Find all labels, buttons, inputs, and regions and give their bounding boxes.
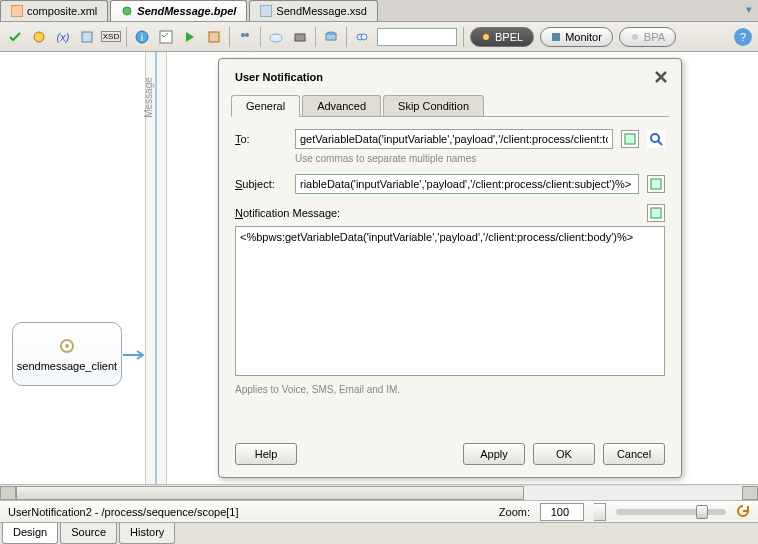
tab-design[interactable]: Design xyxy=(2,523,58,544)
svg-point-16 xyxy=(361,34,367,40)
dialog-buttons: Help Apply OK Cancel xyxy=(235,443,665,465)
play-icon[interactable] xyxy=(181,28,199,46)
variable-icon[interactable]: (x) xyxy=(54,28,72,46)
horizontal-scrollbar[interactable] xyxy=(0,484,758,500)
svg-point-21 xyxy=(65,344,69,348)
svg-rect-18 xyxy=(552,33,560,41)
tab-label: SendMessage.xsd xyxy=(276,5,367,17)
tab-advanced[interactable]: Advanced xyxy=(302,95,381,116)
tab-source[interactable]: Source xyxy=(60,523,117,544)
scroll-thumb[interactable] xyxy=(16,486,524,500)
toolbar: (x) XSD i BPEL Monitor BPA ? xyxy=(0,22,758,52)
svg-point-17 xyxy=(483,34,489,40)
svg-rect-0 xyxy=(11,5,23,17)
search-icon[interactable] xyxy=(647,130,665,148)
svg-rect-12 xyxy=(295,34,305,41)
svg-rect-14 xyxy=(326,34,336,40)
apply-button[interactable]: Apply xyxy=(463,443,525,465)
zoom-label: Zoom: xyxy=(499,506,530,518)
flow-line xyxy=(155,52,157,484)
search-input[interactable] xyxy=(377,28,457,46)
tab-sendmessage-bpel[interactable]: SendMessage.bpel xyxy=(110,0,247,21)
close-icon[interactable] xyxy=(653,69,669,85)
swimlane-label: Message xyxy=(143,77,154,118)
book-icon[interactable] xyxy=(205,28,223,46)
svg-point-23 xyxy=(651,134,659,142)
tab-sendmessage-xsd[interactable]: SendMessage.xsd xyxy=(249,0,378,21)
tab-history[interactable]: History xyxy=(119,523,175,544)
node-label: sendmessage_client xyxy=(17,360,117,372)
bpel-file-icon xyxy=(121,5,133,17)
cloud-icon[interactable] xyxy=(267,28,285,46)
gear-icon xyxy=(57,336,77,356)
db-icon[interactable] xyxy=(322,28,340,46)
validate-icon[interactable] xyxy=(6,28,24,46)
people-icon[interactable] xyxy=(236,28,254,46)
checklist-icon[interactable] xyxy=(157,28,175,46)
scroll-left-icon[interactable] xyxy=(0,486,16,500)
to-field[interactable] xyxy=(295,129,613,149)
subject-field[interactable] xyxy=(295,174,639,194)
tab-label: composite.xml xyxy=(27,5,97,17)
tab-general[interactable]: General xyxy=(231,95,300,117)
tab-skip-condition[interactable]: Skip Condition xyxy=(383,95,484,116)
dialog-tabs: General Advanced Skip Condition xyxy=(231,95,669,117)
expression-builder-icon[interactable] xyxy=(647,204,665,222)
zoom-input[interactable] xyxy=(540,503,584,521)
view-tabs: Design Source History xyxy=(0,522,758,544)
xsd-icon[interactable]: XSD xyxy=(102,28,120,46)
tab-composite[interactable]: composite.xml xyxy=(0,0,108,21)
zoom-spinner[interactable] xyxy=(594,503,606,521)
svg-point-11 xyxy=(270,34,282,42)
svg-rect-8 xyxy=(209,32,219,42)
slider-knob[interactable] xyxy=(696,505,708,519)
svg-point-19 xyxy=(632,34,638,40)
svg-rect-24 xyxy=(651,179,661,189)
binoculars-icon[interactable] xyxy=(353,28,371,46)
ok-button[interactable]: OK xyxy=(533,443,595,465)
monitor-label: Monitor xyxy=(565,31,602,43)
separator xyxy=(346,27,347,47)
svg-rect-22 xyxy=(625,134,635,144)
svg-rect-4 xyxy=(82,32,92,42)
bpa-mode-button[interactable]: BPA xyxy=(619,27,676,47)
separator xyxy=(315,27,316,47)
svg-point-10 xyxy=(245,33,249,37)
to-hint: Use commas to separate multiple names xyxy=(295,153,665,164)
separator xyxy=(463,27,464,47)
breadcrumb-path: UserNotification2 - /process/sequence/sc… xyxy=(8,506,489,518)
notification-message-field[interactable] xyxy=(235,226,665,376)
zoom-slider[interactable] xyxy=(616,509,726,515)
expression-builder-icon[interactable] xyxy=(647,175,665,193)
client-node[interactable]: sendmessage_client xyxy=(12,322,122,386)
user-notification-dialog: User Notification General Advanced Skip … xyxy=(218,58,682,478)
camera-icon[interactable] xyxy=(291,28,309,46)
separator xyxy=(260,27,261,47)
help-icon[interactable]: ? xyxy=(734,28,752,46)
expression-builder-icon[interactable] xyxy=(621,130,639,148)
bpa-label: BPA xyxy=(644,31,665,43)
svg-point-9 xyxy=(241,33,245,37)
separator xyxy=(229,27,230,47)
xsd-file-icon xyxy=(260,5,272,17)
scroll-right-icon[interactable] xyxy=(742,486,758,500)
arrow-right-icon xyxy=(123,349,147,363)
to-label: To: xyxy=(235,133,287,145)
scroll-track[interactable] xyxy=(16,486,742,500)
tab-label: SendMessage.bpel xyxy=(137,5,236,17)
cancel-button[interactable]: Cancel xyxy=(603,443,665,465)
svg-point-1 xyxy=(123,7,131,15)
refresh-icon[interactable] xyxy=(736,504,750,520)
function-icon[interactable] xyxy=(78,28,96,46)
svg-point-3 xyxy=(34,32,44,42)
bpel-mode-button[interactable]: BPEL xyxy=(470,27,534,47)
tab-menu-icon[interactable]: ▾ xyxy=(740,0,758,21)
monitor-mode-button[interactable]: Monitor xyxy=(540,27,613,47)
help-button[interactable]: Help xyxy=(235,443,297,465)
status-bar: UserNotification2 - /process/sequence/sc… xyxy=(0,500,758,522)
svg-text:i: i xyxy=(141,31,143,43)
svg-rect-7 xyxy=(160,31,172,43)
notification-message-label: Notification Message: xyxy=(235,207,340,219)
info-icon[interactable]: i xyxy=(133,28,151,46)
globe-icon[interactable] xyxy=(30,28,48,46)
